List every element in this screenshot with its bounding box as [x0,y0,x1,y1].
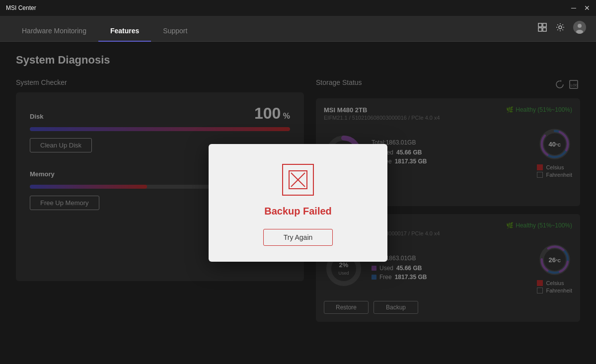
avatar[interactable] [573,21,586,36]
grid-icon[interactable] [537,22,547,35]
modal-overlay: Backup Failed Try Again [0,42,596,364]
tab-support[interactable]: Support [151,27,199,42]
modal-title: Backup Failed [264,206,332,217]
svg-point-6 [578,24,582,28]
svg-rect-0 [538,23,542,27]
svg-rect-3 [543,28,546,31]
main-content: System Diagnosis System Checker Disk 100… [0,42,596,364]
title-bar: MSI Center ─ ✕ [0,0,596,16]
svg-rect-2 [538,28,542,31]
svg-point-4 [559,26,562,29]
tab-features[interactable]: Features [98,27,151,42]
error-icon [282,164,314,196]
svg-point-7 [576,30,583,34]
nav-bar: Hardware Monitoring Features Support [0,16,596,42]
nav-icon-group [537,21,586,36]
settings-icon[interactable] [555,22,565,35]
try-again-button[interactable]: Try Again [263,229,333,246]
tab-hardware-monitoring[interactable]: Hardware Monitoring [10,27,98,42]
minimize-button[interactable]: ─ [571,4,576,12]
backup-failed-modal: Backup Failed Try Again [209,144,387,262]
close-button[interactable]: ✕ [584,4,590,12]
app-title: MSI Center [6,4,36,11]
nav-tabs: Hardware Monitoring Features Support [10,16,199,41]
svg-rect-1 [543,23,546,27]
